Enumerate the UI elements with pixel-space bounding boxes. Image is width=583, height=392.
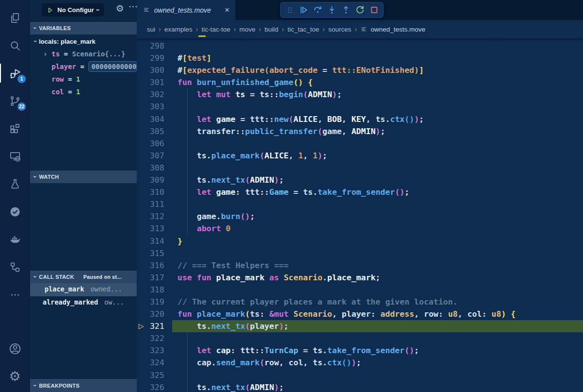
code-text[interactable]: use fun place_mark as Scenario.place_mar… — [172, 272, 583, 284]
grip-icon[interactable] — [283, 3, 296, 17]
line-number[interactable]: 308 — [137, 162, 164, 174]
code-text[interactable] — [172, 369, 583, 381]
breadcrumb-item[interactable]: move — [239, 26, 255, 33]
line-number[interactable]: 324 — [137, 357, 164, 369]
line-number[interactable]: 302 — [137, 88, 164, 101]
code-text[interactable] — [172, 247, 583, 259]
code-text[interactable]: ts.next_tx(ADMIN); — [172, 174, 583, 186]
line-number[interactable]: 325 — [137, 369, 164, 381]
debug-settings-gear-icon[interactable]: ⚙ — [116, 4, 124, 13]
watch-section-header[interactable]: › WATCH — [30, 170, 137, 183]
code-text[interactable] — [172, 198, 583, 210]
variables-section-header[interactable]: › VARIABLES — [30, 21, 137, 34]
line-number[interactable]: 306 — [137, 137, 164, 150]
code-text[interactable] — [172, 332, 583, 344]
line-number[interactable]: 319 — [137, 296, 164, 308]
code-text[interactable]: #[expected_failure(abort_code = ttt::ENo… — [172, 64, 583, 76]
code-text[interactable]: ts.next_tx(player); — [172, 320, 583, 332]
code-text[interactable]: transfer::public_transfer(game, ADMIN); — [172, 125, 583, 137]
restart-button[interactable] — [353, 3, 367, 17]
line-number[interactable]: 314 — [137, 235, 164, 247]
activity-docker[interactable] — [0, 225, 30, 253]
variable-row-row[interactable]: row = 1 — [30, 73, 137, 85]
call-stack-frame[interactable]: place_markowned... — [30, 283, 137, 296]
code-text[interactable] — [172, 284, 583, 296]
code-text[interactable]: // === Test Helpers === — [172, 259, 583, 272]
code-text[interactable] — [172, 137, 583, 150]
line-number[interactable]: 313 — [137, 222, 164, 235]
activity-accounts[interactable] — [0, 335, 30, 362]
play-icon[interactable] — [46, 6, 54, 14]
breadcrumb-item[interactable]: tic-tac-toe — [201, 26, 230, 33]
step-into-button[interactable] — [325, 3, 338, 17]
breadcrumb-item[interactable]: build — [265, 26, 279, 33]
line-number[interactable]: 307 — [137, 150, 164, 162]
variable-row-col[interactable]: col = 1 — [30, 85, 137, 98]
code-text[interactable]: fun burn_unfinished_game() { — [172, 76, 583, 88]
line-number[interactable]: 318 — [137, 284, 164, 296]
variables-scope-row[interactable]: ›locals: place_mark — [30, 35, 137, 48]
call-stack-frame[interactable]: already_markedow... — [30, 296, 137, 309]
breadcrumb-item[interactable]: sui — [147, 26, 155, 33]
line-number[interactable]: 305 — [137, 125, 164, 137]
activity-source-control[interactable]: 22 — [0, 87, 30, 115]
stop-button[interactable] — [368, 3, 381, 17]
breadcrumb-item[interactable]: tic_tac_toe — [287, 26, 319, 33]
code-text[interactable]: fun place_mark(ts: &mut Scenario, player… — [172, 308, 583, 320]
activity-search[interactable] — [0, 32, 30, 59]
activity-remote-explorer[interactable] — [0, 142, 30, 170]
line-number[interactable]: 311 — [137, 198, 164, 210]
code-text[interactable]: let cap: ttt::TurnCap = ts.take_from_sen… — [172, 344, 583, 357]
activity-testing[interactable] — [0, 170, 30, 198]
code-text[interactable] — [172, 162, 583, 174]
code-text[interactable]: game.burn(); — [172, 210, 583, 222]
line-number[interactable]: 312 — [137, 210, 164, 222]
variable-row-player[interactable]: player = 000000000000… — [30, 60, 137, 73]
line-number[interactable]: 323 — [137, 344, 164, 357]
code-text[interactable]: } — [172, 235, 583, 247]
line-number[interactable]: 301 — [137, 76, 164, 88]
code-text[interactable]: ts.next_tx(ADMIN); — [172, 381, 583, 392]
call-stack-section-header[interactable]: › CALL STACK Paused on st... — [30, 270, 137, 283]
activity-extensions[interactable] — [0, 115, 30, 142]
code-text[interactable]: // The current player places a mark at t… — [172, 296, 583, 308]
code-text[interactable]: #[test] — [172, 52, 583, 64]
line-number[interactable]: 298 — [137, 40, 164, 52]
activity-run-debug[interactable]: 1 — [0, 59, 30, 87]
line-number[interactable]: 309 — [137, 174, 164, 186]
step-over-button[interactable] — [311, 3, 324, 17]
line-number[interactable]: 320 — [137, 308, 164, 320]
line-number[interactable]: 299 — [137, 52, 164, 64]
activity-checks[interactable] — [0, 198, 30, 225]
line-number[interactable]: 326 — [137, 381, 164, 392]
launch-config-dropdown[interactable]: No Configur › — [42, 3, 104, 17]
line-number[interactable]: 322 — [137, 332, 164, 344]
code-text[interactable]: let game: ttt::Game = ts.take_from_sende… — [172, 186, 583, 198]
more-actions-icon[interactable]: ··· — [129, 2, 138, 11]
code-text[interactable]: let mut ts = ts::begin(ADMIN); — [172, 88, 583, 101]
close-icon[interactable]: × — [225, 6, 230, 14]
tab-owned-tests[interactable]: owned_tests.move × — [137, 0, 235, 20]
code-text[interactable]: abort 0 — [172, 222, 583, 235]
breadcrumb-item[interactable]: examples — [164, 26, 193, 33]
line-number[interactable]: 317 — [137, 272, 164, 284]
line-number[interactable]: 315 — [137, 247, 164, 259]
chevron-right-icon[interactable]: › — [43, 50, 52, 58]
continue-button[interactable] — [297, 3, 310, 17]
code-text[interactable]: let game = ttt::new(ALICE, BOB, KEY, ts.… — [172, 113, 583, 125]
line-number[interactable]: 303 — [137, 101, 164, 113]
code-text[interactable]: ts.place_mark(ALICE, 1, 1); — [172, 150, 583, 162]
variable-value[interactable]: 000000000000… — [88, 61, 137, 72]
line-number[interactable]: 304 — [137, 113, 164, 125]
variable-row-ts[interactable]: ›ts = Scenario{...} — [30, 48, 137, 60]
activity-settings[interactable]: ⚙ — [0, 362, 30, 390]
line-number[interactable]: 300 — [137, 64, 164, 76]
activity-explorer[interactable] — [0, 4, 30, 32]
code-text[interactable] — [172, 101, 583, 113]
code-text[interactable] — [172, 40, 583, 52]
line-number[interactable]: 310 — [137, 186, 164, 198]
activity-containers[interactable] — [0, 253, 30, 281]
line-number[interactable]: 316 — [137, 259, 164, 272]
step-out-button[interactable] — [339, 3, 353, 17]
code-text[interactable]: cap.send_mark(row, col, ts.ctx()); — [172, 357, 583, 369]
